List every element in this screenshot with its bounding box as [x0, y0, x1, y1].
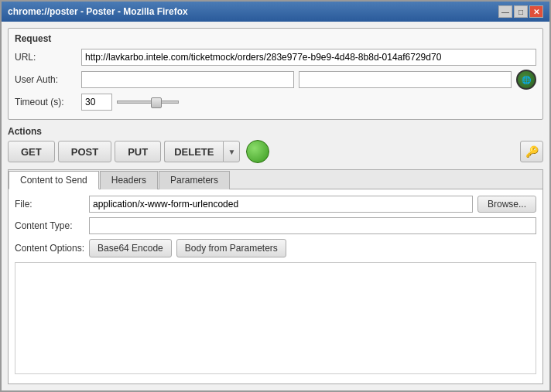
title-bar: chrome://poster - Poster - Mozilla Firef… [2, 2, 549, 22]
tab-headers[interactable]: Headers [100, 171, 158, 189]
close-button[interactable]: ✕ [529, 5, 543, 18]
body-from-parameters-button[interactable]: Body from Parameters [176, 239, 286, 257]
timeout-slider[interactable] [117, 101, 179, 104]
key-icon[interactable]: 🔑 [520, 141, 543, 162]
actions-section: Actions GET POST PUT DELETE ▼ 🔑 [8, 124, 543, 165]
url-row: URL: [15, 49, 536, 66]
content-type-input[interactable] [89, 217, 536, 234]
window-title: chrome://poster - Poster - Mozilla Firef… [8, 6, 188, 17]
content-section: Content to Send Headers Parameters File:… [8, 169, 543, 384]
file-label: File: [15, 199, 84, 210]
content-type-label: Content Type: [15, 220, 84, 231]
user-auth-input-1[interactable] [81, 71, 294, 88]
delete-button-group: DELETE ▼ [164, 141, 240, 162]
globe-button[interactable]: 🌐 [516, 70, 536, 90]
delete-dropdown-arrow[interactable]: ▼ [223, 141, 240, 162]
user-auth-label: User Auth: [15, 74, 77, 85]
content-options-row: Content Options: Base64 Encode Body from… [15, 239, 536, 257]
request-section: Request URL: User Auth: 🌐 Timeout (s): [8, 28, 543, 120]
file-row: File: Browse... [15, 196, 536, 213]
put-button[interactable]: PUT [115, 141, 161, 162]
window-controls: — □ ✕ [498, 5, 543, 18]
actions-buttons-row: GET POST PUT DELETE ▼ 🔑 [8, 140, 543, 163]
base64-encode-button[interactable]: Base64 Encode [89, 239, 172, 257]
timeout-label: Timeout (s): [15, 97, 77, 107]
get-button[interactable]: GET [8, 141, 55, 162]
content-options-label: Content Options: [15, 243, 84, 254]
send-button[interactable] [246, 140, 269, 163]
user-auth-row: User Auth: 🌐 [15, 70, 536, 90]
main-window: chrome://poster - Poster - Mozilla Firef… [0, 0, 551, 392]
request-label: Request [15, 33, 536, 44]
file-input[interactable] [89, 196, 473, 213]
window-content: Request URL: User Auth: 🌐 Timeout (s): [2, 22, 549, 390]
post-button[interactable]: POST [58, 141, 111, 162]
tabs: Content to Send Headers Parameters [9, 170, 542, 189]
browse-button[interactable]: Browse... [477, 196, 536, 213]
delete-button[interactable]: DELETE [164, 141, 223, 162]
body-textarea[interactable] [15, 262, 536, 374]
timeout-row: Timeout (s): [15, 94, 536, 111]
minimize-button[interactable]: — [498, 5, 512, 18]
maximize-button[interactable]: □ [514, 5, 528, 18]
actions-label: Actions [8, 126, 543, 137]
slider-thumb[interactable] [151, 97, 162, 108]
timeout-input[interactable] [81, 94, 112, 111]
tab-content-to-send[interactable]: Content to Send [9, 171, 99, 189]
url-input[interactable] [81, 49, 536, 66]
user-auth-input-2[interactable] [299, 71, 512, 88]
tab-parameters[interactable]: Parameters [159, 171, 230, 189]
url-label: URL: [15, 52, 77, 63]
tab-content-panel: File: Browse... Content Type: Content Op… [9, 189, 542, 383]
content-type-row: Content Type: [15, 217, 536, 234]
